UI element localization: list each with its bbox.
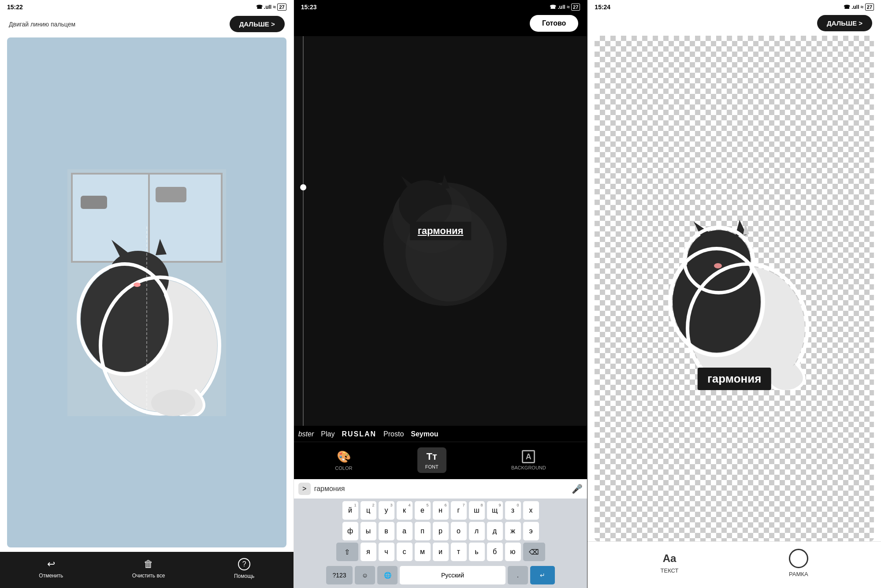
svg-point-15: [134, 283, 141, 287]
help-button[interactable]: ? Помощь: [234, 558, 254, 579]
text-overlay-3[interactable]: гармония: [698, 368, 771, 390]
mic-icon[interactable]: 🎤: [572, 484, 583, 494]
key-д[interactable]: д: [487, 522, 503, 540]
key-т[interactable]: т: [451, 543, 467, 561]
key-ж[interactable]: ж: [505, 522, 521, 540]
key-х[interactable]: х: [523, 501, 539, 520]
key-у[interactable]: у3: [379, 501, 394, 520]
font-lobster[interactable]: bster: [298, 430, 314, 438]
key-р[interactable]: р: [433, 522, 449, 540]
slider-dot[interactable]: [300, 184, 306, 190]
done-button[interactable]: Готово: [530, 15, 578, 32]
svg-point-14: [151, 390, 195, 416]
slider-line[interactable]: [303, 36, 304, 426]
keyboard-input-row: > гармония 🎤: [294, 479, 587, 499]
help-icon: ?: [238, 558, 250, 570]
key-ш[interactable]: ш8: [469, 501, 485, 520]
next-button-3[interactable]: ДАЛЬШЕ >: [817, 15, 872, 31]
signal-icon-1: ☎ .ull ≈ 27: [256, 4, 286, 10]
color-label: COLOR: [335, 465, 352, 471]
background-label: BACKGROUND: [511, 465, 546, 470]
key-к[interactable]: к4: [397, 501, 413, 520]
key-б[interactable]: б: [487, 543, 503, 561]
key-щ[interactable]: щ9: [487, 501, 503, 520]
key-space[interactable]: Русский: [400, 566, 506, 584]
keyboard-rows: й1 ц2 у3 к4 е5 н6 г7 ш8 щ9 з0 х ф ы в а …: [294, 499, 587, 564]
key-е[interactable]: е5: [415, 501, 431, 520]
text-overlay-2[interactable]: гармония: [410, 222, 472, 240]
svg-rect-4: [156, 187, 186, 202]
key-и[interactable]: и: [433, 543, 449, 561]
key-ф[interactable]: ф: [342, 522, 358, 540]
font-seymour[interactable]: Seymou: [411, 430, 438, 438]
frame-circle-icon: [789, 549, 808, 568]
key-я[interactable]: я: [361, 543, 376, 561]
cat-container-3: гармония: [651, 179, 818, 399]
image-area-2: гармония: [294, 36, 587, 426]
svg-point-33: [714, 263, 722, 268]
key-123[interactable]: ?123: [326, 566, 353, 584]
undo-button[interactable]: ↩ Отменить: [39, 558, 63, 579]
key-ь[interactable]: ь: [469, 543, 485, 561]
status-icons-3: ☎ .ull ≈ 27: [844, 4, 874, 10]
key-ы[interactable]: ы: [361, 522, 376, 540]
status-icons-1: ☎ .ull ≈ 27: [256, 4, 286, 10]
key-м[interactable]: м: [415, 543, 431, 561]
undo-label: Отменить: [39, 573, 63, 579]
top-bar-2: Готово: [294, 12, 587, 36]
clear-button[interactable]: 🗑 Очистить все: [132, 558, 165, 579]
text-tool[interactable]: Aa ТЕКСТ: [661, 552, 679, 574]
signal-icon-2: ☎ .ull ≈ 27: [550, 4, 580, 10]
hint-text: Двигай линию пальцем: [9, 21, 75, 28]
cat-image-1: [67, 169, 226, 416]
key-э[interactable]: э: [523, 522, 539, 540]
signal-icon-3: ☎ .ull ≈ 27: [844, 4, 874, 10]
next-button-1[interactable]: ДАЛЬШЕ >: [230, 16, 285, 32]
time-2: 15:23: [301, 4, 317, 11]
key-л[interactable]: л: [469, 522, 485, 540]
keyboard-row-3: ⇧ я ч с м и т ь б ю ⌫: [296, 543, 586, 561]
keyboard-row-1: й1 ц2 у3 к4 е5 н6 г7 ш8 щ9 з0 х: [296, 501, 586, 520]
key-ю[interactable]: ю: [505, 543, 521, 561]
key-г[interactable]: г7: [451, 501, 467, 520]
key-ч[interactable]: ч: [379, 543, 394, 561]
font-play[interactable]: Play: [321, 430, 335, 438]
text-input-field[interactable]: гармония: [314, 485, 569, 493]
key-backspace[interactable]: ⌫: [523, 543, 545, 561]
key-shift[interactable]: ⇧: [336, 543, 358, 561]
svg-point-23: [405, 205, 494, 301]
keyboard-area: > гармония 🎤 й1 ц2 у3 к4 е5 н6 г7 ш8 щ9 …: [294, 479, 587, 588]
frame-tool[interactable]: РАМКА: [789, 549, 808, 577]
key-emoji[interactable]: ☺: [355, 566, 375, 584]
svg-point-26: [687, 230, 751, 290]
color-tool[interactable]: 🎨 COLOR: [335, 450, 352, 471]
font-ruslan[interactable]: RUSLAN: [342, 430, 376, 438]
key-о[interactable]: о: [451, 522, 467, 540]
key-period[interactable]: .: [508, 566, 528, 584]
screen-2: 15:23 ☎ .ull ≈ 27 Готово гармония: [294, 0, 588, 588]
status-icons-2: ☎ .ull ≈ 27: [550, 4, 580, 10]
time-3: 15:24: [595, 4, 610, 11]
keyboard-expand-button[interactable]: >: [298, 483, 311, 495]
key-н[interactable]: н6: [433, 501, 449, 520]
font-icon: Тт: [427, 451, 437, 462]
key-с[interactable]: с: [397, 543, 413, 561]
font-tool[interactable]: Тт FONT: [417, 447, 446, 473]
key-п[interactable]: п: [415, 522, 431, 540]
key-а[interactable]: а: [397, 522, 413, 540]
keyboard-bottom-row: ?123 ☺ 🌐 Русский . ↵: [294, 564, 587, 588]
toolbar-1: Двигай линию пальцем ДАЛЬШЕ >: [0, 12, 294, 37]
key-globe[interactable]: 🌐: [377, 566, 398, 584]
screen-1: 15:22 ☎ .ull ≈ 27 Двигай линию пальцем Д…: [0, 0, 294, 588]
key-return[interactable]: ↵: [530, 566, 555, 584]
key-в[interactable]: в: [379, 522, 394, 540]
key-з[interactable]: з0: [505, 501, 521, 520]
status-bar-3: 15:24 ☎ .ull ≈ 27: [587, 0, 881, 12]
key-й[interactable]: й1: [342, 501, 358, 520]
key-ц[interactable]: ц2: [361, 501, 376, 520]
font-label: FONT: [425, 464, 439, 469]
background-icon: A: [522, 450, 535, 463]
background-tool[interactable]: A BACKGROUND: [511, 450, 546, 470]
status-bar-1: 15:22 ☎ .ull ≈ 27: [0, 0, 294, 12]
font-prosto[interactable]: Prosto: [383, 430, 404, 438]
